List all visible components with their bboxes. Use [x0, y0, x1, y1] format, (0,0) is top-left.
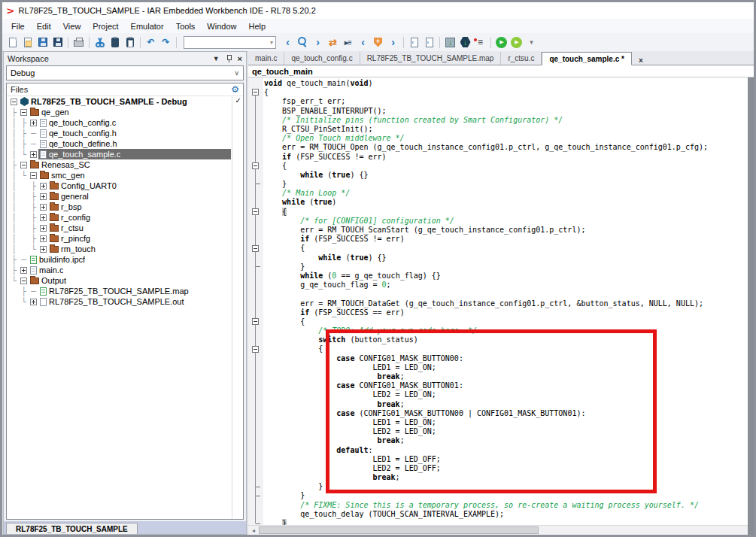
code-line: LED1 = LED_OFF;: [264, 455, 748, 464]
print-icon[interactable]: [71, 35, 86, 50]
tree-item[interactable]: │├r_bsp: [7, 202, 243, 212]
fold-margin[interactable]: [248, 77, 263, 525]
goto-list-icon[interactable]: ▸≡: [341, 35, 355, 50]
build-config-select[interactable]: Debug ∨: [6, 65, 244, 80]
c-file-icon: [40, 150, 47, 159]
tree-item[interactable]: │├─qe_touch_config.h: [7, 128, 243, 138]
debug-list-icon[interactable]: ≡: [473, 35, 487, 50]
collapse-icon[interactable]: [11, 99, 17, 105]
code-area[interactable]: void qe_touch_main(void){ fsp_err_t err;…: [248, 77, 754, 535]
save-icon[interactable]: [35, 35, 50, 50]
menu-item-emulator[interactable]: Emulator: [125, 20, 170, 32]
expand-icon[interactable]: [30, 299, 37, 305]
tree-item[interactable]: │├general: [7, 191, 243, 202]
tree-item[interactable]: ├qe_gen: [7, 107, 243, 117]
expand-icon[interactable]: [40, 246, 47, 253]
tree-item[interactable]: └Output: [7, 275, 243, 286]
vertical-scrollbar[interactable]: [748, 77, 754, 535]
collapse-icon[interactable]: [20, 162, 27, 168]
tree-item[interactable]: ├Renesas_SC: [7, 159, 243, 170]
tree-item[interactable]: │├Config_UART0: [7, 181, 243, 191]
cut-icon[interactable]: [93, 35, 107, 50]
menu-item-project[interactable]: Project: [87, 20, 124, 32]
tree-item[interactable]: │├─qe_touch_define.h: [7, 138, 243, 149]
find-previous-icon[interactable]: ‹: [281, 35, 295, 50]
tree-item[interactable]: ├─buildinfo.ipcf: [7, 254, 243, 265]
scroll-left-icon[interactable]: ◂: [248, 527, 259, 534]
collapse-icon[interactable]: [20, 278, 27, 284]
fold-collapse-icon[interactable]: [252, 346, 259, 353]
tree-item[interactable]: │├qe_touch_config.c: [7, 117, 243, 128]
download-icon[interactable]: ↓: [443, 35, 457, 50]
breakpoint-shield-icon[interactable]: +: [371, 35, 385, 50]
new-document-icon[interactable]: [5, 35, 20, 50]
save-all-icon[interactable]: [50, 35, 65, 50]
search-combobox[interactable]: ▾: [184, 36, 276, 49]
next-document-icon[interactable]: ›: [422, 35, 436, 50]
fold-collapse-icon[interactable]: [252, 245, 259, 252]
workspace-close-icon[interactable]: ×: [238, 54, 242, 63]
expand-icon[interactable]: [40, 214, 47, 221]
swap-arrows-icon[interactable]: ⇄: [326, 35, 340, 50]
debug-without-download-icon[interactable]: ▶: [509, 35, 524, 50]
menu-item-edit[interactable]: Edit: [31, 20, 57, 32]
expand-icon[interactable]: [40, 183, 47, 190]
tree-item[interactable]: │└smc_gen: [7, 170, 243, 181]
expand-icon[interactable]: [40, 193, 47, 200]
tree-item[interactable]: │├r_ctsu: [7, 223, 243, 233]
code-line: /* Open Touch middleware */: [264, 134, 748, 143]
run-icon[interactable]: ▶: [494, 35, 509, 50]
tree-item[interactable]: │├r_config: [7, 212, 243, 223]
workspace-header: Workspace ▼ ×: [4, 52, 246, 65]
expand-icon[interactable]: [40, 235, 47, 242]
find-next-icon[interactable]: ›: [311, 35, 325, 50]
expand-icon[interactable]: [30, 151, 37, 158]
copy-icon[interactable]: [108, 35, 122, 50]
open-document-icon[interactable]: [20, 35, 35, 50]
menu-item-help[interactable]: Help: [242, 20, 272, 32]
editor-tab[interactable]: main.c: [248, 52, 284, 65]
collapse-icon[interactable]: [20, 109, 27, 116]
horizontal-scroll-thumb[interactable]: [259, 526, 539, 534]
editor-tab[interactable]: qe_touch_sample.c *: [542, 52, 631, 65]
toolbar-overflow-icon[interactable]: ▾: [524, 35, 539, 50]
workspace-project-tab[interactable]: RL78F25_TB_TOUCH_SAMPLE: [6, 523, 138, 534]
fold-collapse-icon[interactable]: [252, 208, 259, 215]
menu-item-file[interactable]: File: [5, 20, 31, 32]
workspace-menu-icon[interactable]: ▼: [213, 55, 220, 62]
undo-icon[interactable]: ↶: [144, 35, 158, 50]
editor-tab[interactable]: qe_touch_config.c: [284, 52, 360, 65]
tree-item[interactable]: ├─RL78F25_TB_TOUCH_SAMPLE.map: [7, 286, 243, 296]
fold-collapse-icon[interactable]: [252, 162, 259, 169]
horizontal-scrollbar[interactable]: ◂: [248, 525, 748, 535]
previous-document-icon[interactable]: ‹: [407, 35, 421, 50]
download-and-debug-icon[interactable]: ↓: [458, 35, 472, 50]
tree-item[interactable]: │└rm_touch: [7, 244, 243, 254]
collapse-icon[interactable]: [30, 172, 37, 179]
fold-collapse-icon[interactable]: [252, 89, 259, 96]
gear-icon[interactable]: ⚙: [231, 84, 239, 95]
redo-icon[interactable]: ↷: [159, 35, 173, 50]
tree-guide: ├: [29, 192, 38, 202]
tree-item[interactable]: │├r_pincfg: [7, 233, 243, 244]
expand-icon[interactable]: [20, 267, 27, 274]
tree-item[interactable]: └RL78F25_TB_TOUCH_SAMPLE.out: [7, 296, 243, 307]
fold-collapse-icon[interactable]: [252, 318, 259, 325]
previous-bookmark-icon[interactable]: ‹: [356, 35, 370, 50]
tree-item[interactable]: │└qe_touch_sample.c: [7, 149, 243, 159]
next-bookmark-icon[interactable]: ›: [386, 35, 400, 50]
search-icon[interactable]: [296, 35, 310, 50]
editor-tab[interactable]: RL78F25_TB_TOUCH_SAMPLE.map: [360, 52, 502, 65]
menu-item-tools[interactable]: Tools: [170, 20, 202, 32]
expand-icon[interactable]: [40, 204, 47, 211]
tree-item[interactable]: RL78F25_TB_TOUCH_SAMPLE - Debug✓: [7, 96, 243, 107]
expand-icon[interactable]: [30, 120, 37, 126]
tree-item[interactable]: ├main.c: [7, 265, 243, 275]
pin-icon[interactable]: [226, 55, 232, 62]
editor-tab[interactable]: r_ctsu.c: [501, 52, 542, 65]
paste-icon[interactable]: [123, 35, 137, 50]
expand-icon[interactable]: [40, 225, 47, 232]
menu-item-window[interactable]: Window: [201, 20, 242, 32]
tab-close-icon[interactable]: ×: [632, 56, 650, 65]
menu-item-view[interactable]: View: [57, 20, 87, 32]
